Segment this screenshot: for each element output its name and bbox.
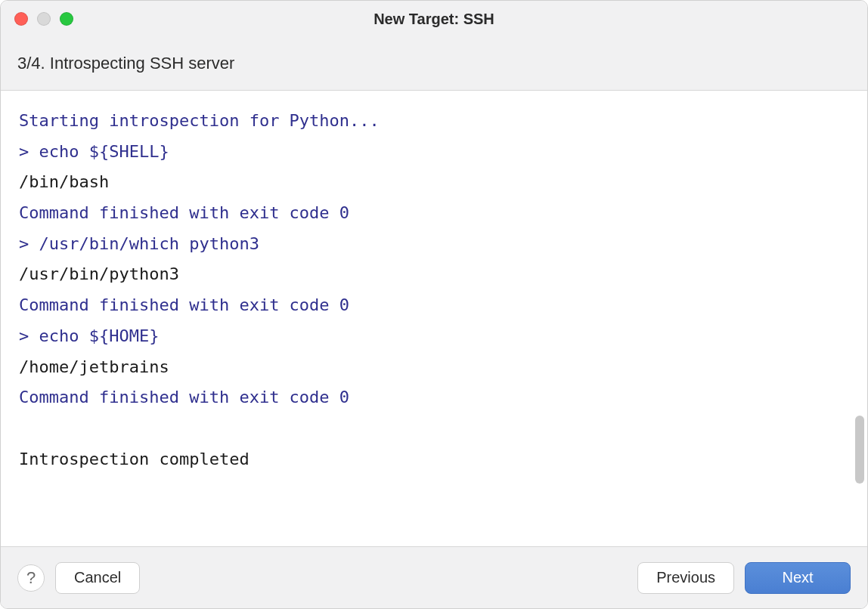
- step-header: 3/4. Introspecting SSH server: [1, 37, 867, 91]
- footer: ? Cancel Previous Next: [1, 546, 867, 608]
- close-window-button[interactable]: [14, 12, 28, 26]
- scrollbar-thumb[interactable]: [855, 416, 864, 484]
- help-button[interactable]: ?: [17, 564, 45, 592]
- cancel-button[interactable]: Cancel: [55, 562, 140, 594]
- previous-button[interactable]: Previous: [637, 562, 734, 594]
- scrollbar-track[interactable]: [854, 91, 864, 546]
- next-button[interactable]: Next: [745, 562, 851, 594]
- titlebar: New Target: SSH: [1, 1, 867, 37]
- traffic-lights: [1, 12, 73, 26]
- console-line: /usr/bin/python3: [19, 259, 849, 290]
- console-line: [19, 413, 849, 444]
- maximize-window-button[interactable]: [60, 12, 73, 26]
- window-title: New Target: SSH: [1, 11, 867, 28]
- console-line: Command finished with exit code 0: [19, 198, 849, 229]
- console-line: Command finished with exit code 0: [19, 382, 849, 413]
- console-output: Starting introspection for Python...> ec…: [1, 91, 867, 546]
- console-wrapper: Starting introspection for Python...> ec…: [1, 91, 867, 546]
- console-line: > echo ${SHELL}: [19, 137, 849, 168]
- console-line: > echo ${HOME}: [19, 321, 849, 352]
- console-line: Introspection completed: [19, 444, 849, 475]
- minimize-window-button[interactable]: [37, 12, 51, 26]
- console-line: /home/jetbrains: [19, 352, 849, 383]
- console-line: /bin/bash: [19, 167, 849, 198]
- console-line: Command finished with exit code 0: [19, 290, 849, 321]
- console-line: > /usr/bin/which python3: [19, 229, 849, 260]
- console-line: Starting introspection for Python...: [19, 106, 849, 137]
